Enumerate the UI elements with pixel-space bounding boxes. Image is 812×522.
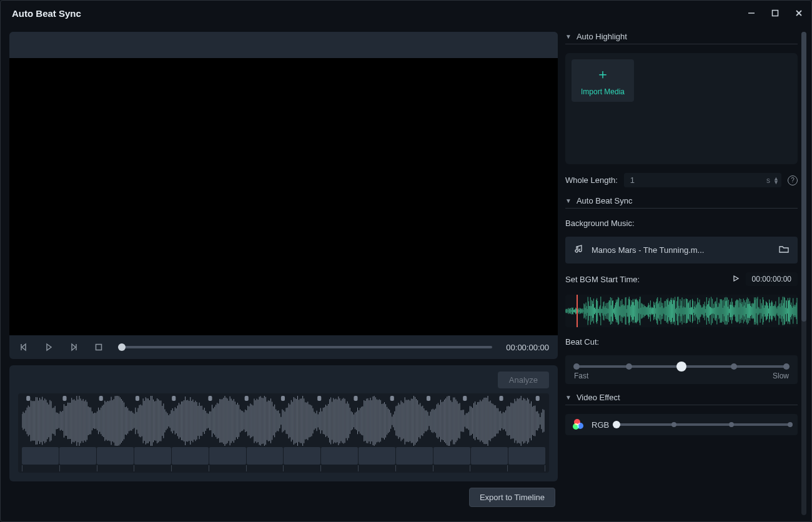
chevron-down-icon: ▼ (565, 197, 572, 204)
music-filename: Manos Mars - The Tunning.m... (592, 245, 771, 255)
svg-marker-7 (72, 344, 76, 350)
segment-cell[interactable] (247, 447, 284, 465)
playback-controls: 00:00:00:00 (9, 335, 558, 359)
window-title: Auto Beat Sync (12, 8, 81, 19)
music-file-chip: Manos Mars - The Tunning.m... (565, 237, 798, 263)
svg-rect-433 (499, 396, 503, 401)
svg-rect-9 (96, 345, 102, 350)
effect-rgb-row: RGB (565, 414, 798, 435)
svg-rect-432 (463, 396, 467, 401)
segment-cell[interactable] (508, 447, 545, 465)
segment-cell[interactable] (471, 447, 508, 465)
bgm-start-time[interactable]: 00:00:00:00 (746, 272, 798, 286)
playhead[interactable] (577, 295, 578, 327)
svg-rect-421 (62, 396, 66, 401)
slider-slow-label: Slow (773, 372, 789, 380)
bgm-waveform[interactable] (565, 295, 798, 327)
beat-cut-slider[interactable] (577, 365, 786, 368)
rgb-slider[interactable] (616, 423, 790, 426)
stop-icon[interactable] (93, 342, 104, 353)
whole-length-input[interactable]: 1 s ▲▼ (624, 173, 781, 187)
svg-marker-435 (734, 276, 738, 281)
svg-rect-434 (536, 396, 540, 401)
segment-row (22, 447, 545, 465)
plus-icon: ＋ (596, 65, 610, 84)
segment-cell[interactable] (359, 447, 395, 465)
play-icon[interactable] (43, 342, 54, 353)
section-auto-highlight[interactable]: ▼ Auto Highlight (565, 32, 798, 44)
spinner-icon[interactable]: ▲▼ (773, 177, 779, 184)
segment-cell[interactable] (284, 447, 320, 465)
segment-cell[interactable] (134, 447, 171, 465)
unit-label: s (766, 176, 770, 185)
bgm-start-label: Set BGM Start Time: (565, 275, 640, 284)
beat-cut-slider-box: Fast Slow (565, 355, 798, 384)
svg-rect-430 (390, 396, 394, 401)
svg-rect-424 (172, 396, 176, 401)
beat-analysis-panel: Analyze (9, 365, 558, 481)
preview-panel: 00:00:00:00 (9, 32, 558, 359)
analyze-button[interactable]: Analyze (498, 372, 549, 388)
maximize-icon[interactable] (769, 7, 781, 19)
svg-rect-427 (281, 396, 285, 401)
segment-cell[interactable] (97, 447, 134, 465)
svg-marker-4 (22, 344, 26, 350)
section-video-effect[interactable]: ▼ Video Effect (565, 393, 798, 405)
titlebar: Auto Beat Sync (1, 1, 811, 26)
bgm-label: Background Music: (565, 219, 798, 228)
slider-fast-label: Fast (574, 372, 588, 380)
svg-rect-423 (136, 396, 139, 401)
rgb-icon (573, 419, 584, 430)
svg-rect-422 (99, 396, 103, 401)
import-media-button[interactable]: ＋ Import Media (572, 59, 634, 102)
help-icon[interactable]: ? (788, 175, 798, 185)
svg-marker-6 (47, 344, 51, 350)
svg-rect-428 (317, 396, 321, 401)
preview-header (9, 32, 558, 58)
window-controls (745, 7, 805, 19)
svg-rect-431 (427, 396, 430, 401)
whole-length-row: Whole Length: 1 s ▲▼ ? (565, 173, 798, 187)
waveform-icon (22, 396, 545, 446)
segment-cell[interactable] (59, 447, 96, 465)
export-to-timeline-button[interactable]: Export to Timeline (469, 488, 555, 507)
svg-rect-420 (26, 396, 30, 401)
section-auto-beat-sync[interactable]: ▼ Auto Beat Sync (565, 196, 798, 209)
whole-length-value: 1 (630, 175, 635, 185)
folder-icon[interactable] (779, 245, 789, 255)
segment-cell[interactable] (209, 447, 246, 465)
segment-cell[interactable] (22, 447, 59, 465)
play-small-icon[interactable] (732, 275, 740, 284)
close-icon[interactable] (793, 7, 805, 19)
svg-rect-425 (208, 396, 212, 401)
segment-cell[interactable] (172, 447, 209, 465)
segment-cell[interactable] (321, 447, 358, 465)
minimize-icon[interactable] (745, 7, 758, 19)
waveform-box (18, 393, 549, 473)
whole-length-label: Whole Length: (565, 175, 618, 185)
segment-cell[interactable] (433, 447, 470, 465)
import-media-label: Import Media (581, 87, 625, 96)
sidebar-scrollbar[interactable] (801, 32, 806, 515)
rgb-label: RGB (592, 420, 609, 430)
tick-row (22, 465, 545, 471)
video-preview[interactable] (9, 58, 558, 335)
svg-rect-429 (354, 396, 357, 401)
media-drop-zone[interactable]: ＋ Import Media (565, 53, 798, 164)
section-title: Auto Beat Sync (577, 196, 633, 205)
next-frame-icon[interactable] (68, 342, 79, 353)
beat-cut-label: Beat Cut: (565, 337, 798, 347)
playback-slider[interactable] (118, 346, 492, 348)
music-note-icon (574, 244, 584, 256)
svg-rect-426 (245, 396, 249, 401)
chevron-down-icon: ▼ (565, 394, 572, 401)
bgm-start-row: Set BGM Start Time: 00:00:00:00 (565, 272, 798, 286)
svg-rect-1 (773, 11, 778, 16)
section-title: Auto Highlight (577, 32, 627, 41)
segment-cell[interactable] (396, 447, 433, 465)
chevron-down-icon: ▼ (565, 33, 572, 40)
prev-frame-icon[interactable] (18, 342, 29, 353)
playback-timecode: 00:00:00:00 (506, 343, 549, 352)
section-title: Video Effect (577, 393, 620, 402)
